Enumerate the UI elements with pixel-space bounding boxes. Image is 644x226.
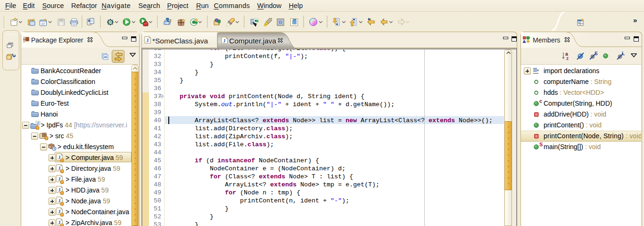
- svg-text:z: z: [566, 55, 569, 60]
